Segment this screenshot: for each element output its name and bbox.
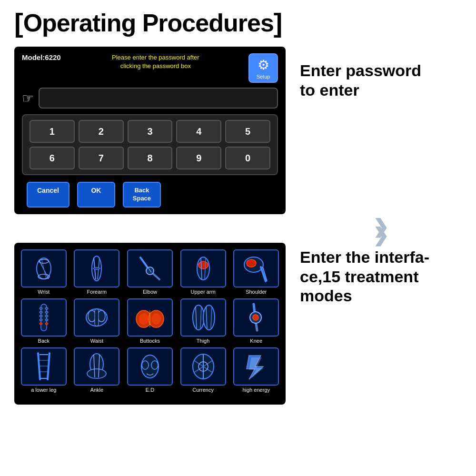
num-btn-3[interactable]: 3 (128, 120, 173, 143)
ed-icon-box (127, 347, 173, 386)
lower-leg-label: a lower leg (31, 387, 56, 393)
body-item-lower-leg[interactable]: a lower leg (19, 347, 69, 393)
high-energy-label: high energy (242, 387, 270, 393)
hand-pointer-icon: ☞ (22, 90, 34, 106)
forearm-icon-box (74, 249, 119, 288)
wrist-label: Wrist (38, 289, 50, 295)
bottom-row: Wrist Forearm (14, 243, 462, 405)
body-item-elbow[interactable]: Elbow (125, 249, 175, 295)
body-item-high-energy[interactable]: high energy (231, 347, 281, 393)
svg-point-50 (203, 305, 215, 330)
ed-svg (131, 351, 169, 382)
num-btn-1[interactable]: 1 (30, 120, 75, 143)
high-energy-icon-box (233, 347, 279, 386)
screen-instruction-line1: Please enter the password after (69, 53, 243, 62)
num-btn-6[interactable]: 6 (30, 147, 75, 169)
svg-point-46 (151, 313, 161, 325)
waist-label: Waist (90, 338, 103, 344)
waist-svg (78, 302, 116, 333)
body-item-buttocks[interactable]: Buttocks (125, 298, 175, 344)
ankle-label: Ankle (90, 387, 104, 393)
bracket-open: [ (14, 11, 23, 34)
body-item-shoulder[interactable]: Shoulder (231, 249, 281, 295)
body-item-back[interactable]: Back (19, 298, 69, 344)
bracket-close: ] (274, 11, 283, 34)
num-btn-9[interactable]: 9 (176, 147, 221, 169)
backspace-button[interactable]: BackSpace (123, 182, 161, 208)
wrist-icon-box (21, 249, 67, 288)
body-item-wrist[interactable]: Wrist (19, 249, 69, 295)
knee-label: Knee (250, 338, 262, 344)
body-item-thigh[interactable]: Thigh (178, 298, 228, 344)
body-item-upper-arm[interactable]: Upper arm (178, 249, 228, 295)
action-buttons: Cancel OK BackSpace (22, 182, 278, 208)
forearm-label: Forearm (87, 289, 107, 295)
elbow-icon-box (127, 249, 173, 288)
elbow-label: Elbow (143, 289, 157, 295)
password-input[interactable] (39, 88, 278, 109)
svg-point-22 (247, 259, 256, 267)
arrow-container: ❯ ❯ (286, 220, 462, 242)
num-btn-0[interactable]: 0 (225, 147, 270, 169)
waist-icon-box (74, 298, 119, 337)
ok-button[interactable]: OK (77, 182, 115, 208)
upper-arm-label: Upper arm (191, 289, 216, 295)
knee-svg (237, 302, 275, 333)
num-btn-4[interactable]: 4 (176, 120, 221, 143)
body-grid: Wrist Forearm (19, 249, 281, 393)
shoulder-svg (237, 253, 275, 284)
currency-icon-box (180, 347, 226, 386)
svg-rect-30 (45, 311, 48, 313)
password-screen: Model:6220 Please enter the password aft… (14, 47, 286, 214)
shoulder-icon-box (233, 249, 279, 288)
buttocks-icon-box (127, 298, 173, 337)
gear-icon: ⚙ (258, 57, 269, 73)
main-content: Model:6220 Please enter the password aft… (0, 42, 476, 405)
buttocks-label: Buttocks (140, 338, 160, 344)
back-svg (25, 302, 63, 333)
body-item-ankle[interactable]: Ankle (72, 347, 122, 393)
svg-point-59 (253, 315, 258, 320)
currency-svg (184, 351, 222, 382)
svg-point-45 (139, 313, 149, 325)
num-btn-5[interactable]: 5 (225, 120, 270, 143)
num-btn-8[interactable]: 8 (128, 147, 173, 169)
body-item-waist[interactable]: Waist (72, 298, 122, 344)
header: [ Operating Procedures ] (0, 0, 476, 42)
top-row: Model:6220 Please enter the password aft… (14, 47, 462, 214)
svg-rect-41 (95, 309, 99, 326)
svg-rect-36 (45, 323, 48, 325)
interface-instruction-label: Enter the interfa- ce,15 treatment modes (300, 243, 462, 306)
lower-leg-svg (25, 351, 63, 382)
svg-point-76 (151, 361, 158, 369)
thigh-svg (184, 302, 222, 333)
thigh-icon-box (180, 298, 226, 337)
password-instruction-label: Enter password to enter (300, 47, 462, 100)
numpad: 1 2 3 4 5 6 7 8 9 0 (22, 114, 278, 175)
setup-button[interactable]: ⚙ Setup (248, 53, 278, 83)
svg-point-49 (193, 305, 204, 330)
body-item-knee[interactable]: Knee (231, 298, 281, 344)
num-btn-7[interactable]: 7 (79, 147, 124, 169)
svg-rect-27 (40, 307, 42, 309)
thigh-label: Thigh (197, 338, 210, 344)
high-energy-svg (237, 351, 275, 382)
back-icon-box (21, 298, 67, 337)
buttocks-svg (131, 302, 169, 333)
body-item-forearm[interactable]: Forearm (72, 249, 122, 295)
svg-rect-31 (40, 315, 42, 317)
elbow-svg (131, 253, 169, 284)
cancel-button[interactable]: Cancel (27, 182, 69, 208)
ed-label: E.D (146, 387, 154, 393)
model-label: Model:6220 (22, 53, 61, 61)
body-item-ed[interactable]: E.D (125, 347, 175, 393)
ankle-svg (78, 351, 116, 382)
currency-label: Currency (192, 387, 214, 393)
upper-arm-icon-box (180, 249, 226, 288)
body-item-currency[interactable]: Currency (178, 347, 228, 393)
screen-instruction-line2: clicking the password box (69, 62, 243, 70)
knee-icon-box (233, 298, 279, 337)
num-btn-2[interactable]: 2 (79, 120, 124, 143)
ankle-icon-box (74, 347, 119, 386)
svg-rect-29 (40, 311, 42, 313)
